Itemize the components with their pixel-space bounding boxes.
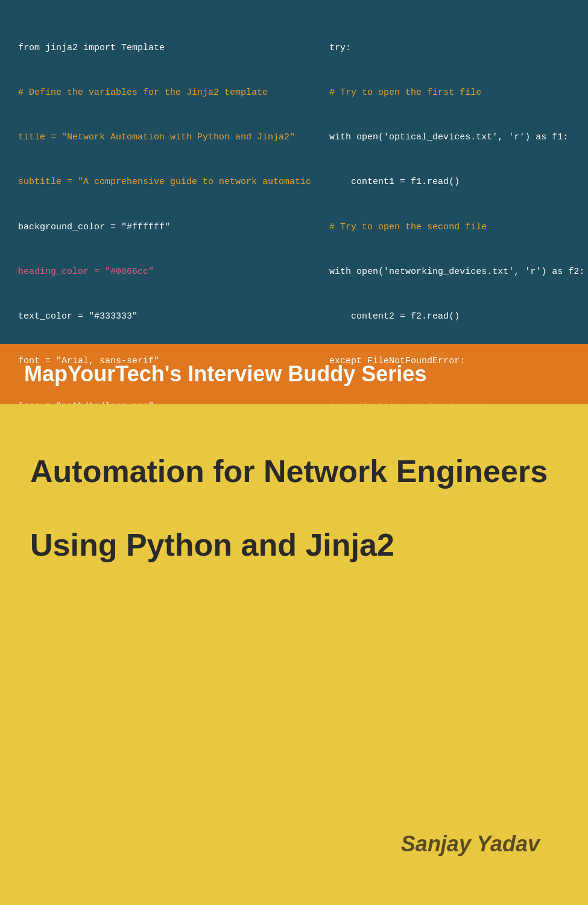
series-title: MapYourTech's Interview Buddy Series — [24, 361, 426, 387]
code-line: content1 = f1.read() — [329, 175, 584, 190]
code-line: # Try to open the first file — [329, 86, 584, 101]
code-line: background_color = "#ffffff" — [18, 220, 311, 235]
code-line: text_color = "#333333" — [18, 310, 311, 325]
code-left-column: from jinja2 import Template # Define the… — [18, 11, 323, 333]
code-right-column: try: # Try to open the first file with o… — [323, 11, 584, 333]
code-line: title = "Network Automation with Python … — [18, 130, 311, 145]
author-name: Sanjay Yadav — [401, 831, 540, 857]
code-line: content2 = f2.read() — [329, 310, 584, 325]
code-line: heading_color = "#0066cc" — [18, 265, 311, 280]
book-cover-main: Automation for Network Engineers Using P… — [0, 404, 588, 905]
code-line: with open('optical_devices.txt', 'r') as… — [329, 130, 584, 145]
book-subtitle: Using Python and Jinja2 — [30, 526, 558, 564]
code-line: subtitle = "A comprehensive guide to net… — [18, 175, 311, 190]
code-line: from jinja2 import Template — [18, 41, 311, 56]
code-section: from jinja2 import Template # Define the… — [0, 0, 588, 344]
code-line: # Try to open the second file — [329, 220, 584, 235]
code-line: try: — [329, 41, 584, 56]
code-line: # Define the variables for the Jinja2 te… — [18, 86, 311, 101]
code-line: with open('networking_devices.txt', 'r')… — [329, 265, 584, 280]
book-title: Automation for Network Engineers — [30, 453, 558, 490]
